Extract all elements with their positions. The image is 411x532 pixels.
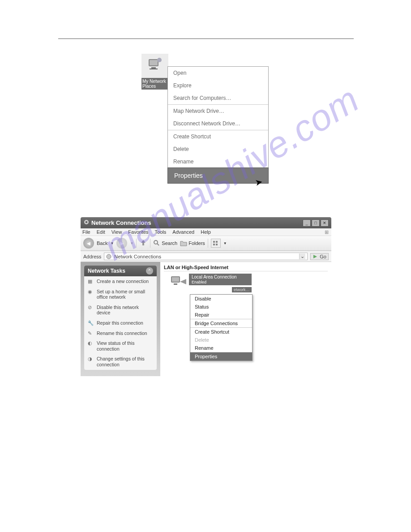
address-value: Network Connections xyxy=(114,254,161,259)
back-dropdown-icon[interactable]: ▼ xyxy=(110,241,114,245)
menu-view[interactable]: View xyxy=(111,229,122,235)
svg-line-8 xyxy=(157,244,159,245)
menu-item-repair[interactable]: Repair xyxy=(190,311,252,319)
network-connections-window: Network Connections _ □ ✕ File Edit View… xyxy=(81,217,331,376)
panel-title: Network Tasks xyxy=(88,268,125,274)
connection-name: Local Area Connection Enabled xyxy=(189,274,252,285)
task-create-connection[interactable]: ▦Create a new connection xyxy=(84,276,157,287)
globe-icon: ◉ xyxy=(88,289,94,300)
toolbar: ◄ Back ▼ ► ▼ Search Folders ▼ xyxy=(81,236,331,251)
svg-point-7 xyxy=(154,240,158,244)
menu-item-bridge[interactable]: Bridge Connections xyxy=(190,319,252,327)
menu-item-explore[interactable]: Explore xyxy=(168,79,268,92)
menu-item-open[interactable]: Open xyxy=(168,67,268,79)
wrench-icon: 🔧 xyxy=(88,320,94,326)
menu-item-create-shortcut[interactable]: Create Shortcut xyxy=(190,328,252,336)
svg-rect-3 xyxy=(150,69,158,69)
menu-item-search-computers[interactable]: Search for Computers… xyxy=(168,92,268,104)
menu-item-map-drive[interactable]: Map Network Drive… xyxy=(168,105,268,117)
address-input[interactable]: Network Connections ⌄ xyxy=(104,253,308,260)
network-icon xyxy=(106,254,112,259)
folders-button[interactable]: Folders xyxy=(180,240,205,246)
menu-item-disconnect-drive[interactable]: Disconnect Network Drive… xyxy=(168,117,268,130)
svg-rect-16 xyxy=(174,283,177,285)
svg-point-4 xyxy=(157,58,162,62)
task-rename[interactable]: ✎Rename this connection xyxy=(84,328,157,339)
svg-rect-1 xyxy=(150,60,158,65)
section-header-lan: LAN or High-Speed Internet xyxy=(164,265,328,271)
panel-header[interactable]: Network Tasks ⌃ xyxy=(84,266,157,276)
maximize-button[interactable]: □ xyxy=(312,219,320,227)
menu-item-properties[interactable]: Properties xyxy=(167,167,269,184)
svg-rect-2 xyxy=(151,67,156,69)
forward-button[interactable]: ► xyxy=(116,238,127,249)
back-label: Back xyxy=(97,240,107,246)
connection-subtext: etwork… xyxy=(232,287,252,292)
context-menu-desktop: Open Explore Search for Computers… Map N… xyxy=(167,66,269,184)
minimize-button[interactable]: _ xyxy=(303,219,311,227)
menu-file[interactable]: File xyxy=(82,229,90,235)
disable-icon: ⊘ xyxy=(88,305,94,316)
toolbar-separator xyxy=(136,239,137,248)
toolbar-separator xyxy=(208,239,208,248)
search-label: Search xyxy=(162,240,177,246)
menu-bar: File Edit View Favorites Tools Advanced … xyxy=(81,228,331,236)
menu-item-disable[interactable]: Disable xyxy=(190,295,252,303)
window-icon xyxy=(83,219,90,227)
local-area-connection-item[interactable]: Local Area Connection Enabled etwork… Di… xyxy=(169,274,188,292)
toolbar-separator xyxy=(150,239,150,248)
rename-icon: ✎ xyxy=(88,330,94,336)
menu-item-delete[interactable]: Delete xyxy=(168,143,268,155)
go-label: Go xyxy=(320,254,326,259)
svg-rect-10 xyxy=(216,241,218,243)
address-label: Address xyxy=(83,254,101,259)
up-button[interactable] xyxy=(139,239,147,248)
forward-dropdown-icon[interactable]: ▼ xyxy=(130,241,133,245)
address-dropdown-icon[interactable]: ⌄ xyxy=(299,253,305,259)
status-icon: ◐ xyxy=(88,340,94,352)
search-button[interactable]: Search xyxy=(153,240,177,247)
address-bar: Address Network Connections ⌄ Go xyxy=(81,251,331,262)
network-tasks-panel: Network Tasks ⌃ ▦Create a new connection… xyxy=(84,266,157,370)
windows-flag-icon: ⊞ xyxy=(325,229,329,235)
lan-connection-icon xyxy=(169,274,188,290)
menu-tools[interactable]: Tools xyxy=(155,229,167,235)
page-divider xyxy=(58,39,354,39)
menu-advanced[interactable]: Advanced xyxy=(172,229,194,235)
svg-rect-6 xyxy=(86,221,87,223)
collapse-icon[interactable]: ⌃ xyxy=(146,267,153,275)
window-title: Network Connections xyxy=(91,219,303,226)
svg-rect-9 xyxy=(213,241,215,243)
svg-rect-15 xyxy=(172,277,179,282)
go-button[interactable]: Go xyxy=(310,253,329,260)
menu-item-properties[interactable]: Properties xyxy=(190,352,252,360)
task-disable-device[interactable]: ⊘Disable this network device xyxy=(84,302,157,318)
svg-rect-11 xyxy=(213,244,215,245)
wizard-icon: ▦ xyxy=(88,279,94,284)
desktop-icon-label: My Network Places xyxy=(141,78,169,90)
svg-point-13 xyxy=(107,254,111,259)
task-repair[interactable]: 🔧Repair this connection xyxy=(84,318,157,328)
settings-icon: ◑ xyxy=(88,356,94,367)
svg-rect-12 xyxy=(216,244,218,245)
menu-item-status[interactable]: Status xyxy=(190,303,252,311)
menu-favorites[interactable]: Favorites xyxy=(128,229,148,235)
window-titlebar: Network Connections _ □ ✕ xyxy=(81,217,331,228)
menu-help[interactable]: Help xyxy=(201,229,211,235)
window-body: Network Tasks ⌃ ▦Create a new connection… xyxy=(81,262,331,376)
task-view-status[interactable]: ◐View status of this connection xyxy=(84,338,157,354)
close-button[interactable]: ✕ xyxy=(321,219,329,227)
context-menu-connection: Disable Status Repair Bridge Connections… xyxy=(190,294,253,361)
task-change-settings[interactable]: ◑Change settings of this connection xyxy=(84,354,157,369)
main-content-pane: LAN or High-Speed Internet Local Area Co… xyxy=(160,262,331,376)
menu-item-create-shortcut[interactable]: Create Shortcut xyxy=(168,130,268,143)
menu-item-rename[interactable]: Rename xyxy=(190,344,252,352)
back-button[interactable]: ◄ xyxy=(83,238,94,249)
views-dropdown-icon[interactable]: ▼ xyxy=(223,241,227,245)
task-setup-network[interactable]: ◉Set up a home or small office network xyxy=(84,287,157,302)
views-button[interactable] xyxy=(211,239,221,248)
folders-label: Folders xyxy=(188,240,205,246)
menu-item-delete-disabled: Delete xyxy=(190,336,252,344)
menu-edit[interactable]: Edit xyxy=(97,229,105,235)
menu-item-rename[interactable]: Rename xyxy=(168,155,268,168)
